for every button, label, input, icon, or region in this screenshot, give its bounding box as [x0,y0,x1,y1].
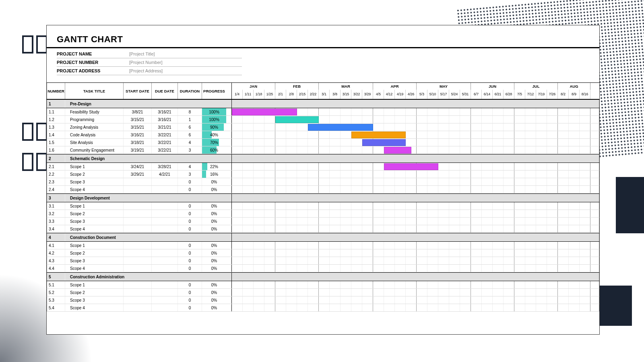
section-row[interactable]: 2Schematic Design [47,154,599,163]
task-row[interactable]: 3.1Scope 100% [47,202,599,210]
month-header: AUG [558,83,590,90]
month-header: JUN [471,83,514,90]
section-number: 2 [47,154,65,162]
task-progress: 100% [202,116,226,123]
gantt-table: NUMBER TASK TITLE START DATE DUE DATE DU… [47,82,599,312]
task-row[interactable]: 1.1Feasibility Study3/8/213/16/218100% [47,108,599,116]
task-number: 3.4 [47,225,65,232]
gantt-area [232,210,599,217]
col-due[interactable]: DUE DATE [152,83,178,99]
task-row[interactable]: 5.2Scope 200% [47,289,599,296]
week-header: 1/11 [243,90,254,99]
task-start: 3/29/21 [124,171,152,178]
gantt-area [232,202,599,210]
task-start: 3/16/21 [124,131,152,138]
gantt-bar[interactable] [275,116,319,123]
task-number: 2.2 [47,171,65,178]
meta-address-value[interactable]: [Project Address] [129,68,163,73]
task-start: 3/19/21 [124,146,152,154]
task-row[interactable]: 2.1Scope 13/24/213/28/21422% [47,163,599,171]
week-header: 4/26 [406,90,417,99]
col-number[interactable]: NUMBER [47,83,65,99]
gantt-bar[interactable] [384,163,438,170]
task-row[interactable]: 4.2Scope 200% [47,249,599,257]
task-progress: 22% [202,163,226,170]
task-row[interactable]: 4.1Scope 100% [47,242,599,249]
week-header: 2/15 [297,90,308,99]
gantt-bar[interactable] [308,124,373,131]
week-header: 2/22 [308,90,319,99]
col-duration[interactable]: DURATION [178,83,202,99]
section-row[interactable]: 5Construction Administration [47,272,599,281]
week-header: 5/24 [449,90,460,99]
task-row[interactable]: 1.2Programming3/15/213/16/211100% [47,116,599,123]
week-header: 2/1 [275,90,286,99]
task-row[interactable]: 1.3Zoning Analysis3/15/213/21/21690% [47,123,599,131]
task-row[interactable]: 1.5Site Analysis3/18/213/22/21470% [47,139,599,146]
gantt-bar[interactable] [232,109,297,115]
gantt-area [232,163,599,170]
task-row[interactable]: 5.3Scope 300% [47,296,599,304]
task-progress: 60% [202,146,226,154]
task-row[interactable]: 2.3Scope 300% [47,178,599,186]
task-row[interactable]: 3.2Scope 200% [47,210,599,218]
col-start[interactable]: START DATE [124,83,152,99]
task-row[interactable]: 2.2Scope 23/29/214/2/21316% [47,171,599,178]
bg-square-decor [22,35,33,53]
task-duration: 1 [178,116,202,123]
section-title: Design Development [65,194,231,202]
task-row[interactable]: 2.4Scope 400% [47,186,599,193]
task-start [124,249,152,257]
meta-number-label: PROJECT NUMBER [57,60,129,65]
task-row[interactable]: 4.4Scope 400% [47,265,599,272]
task-number: 2.3 [47,178,65,185]
task-row[interactable]: 3.3Scope 300% [47,218,599,225]
task-duration: 0 [178,225,202,232]
date-header: JANFEBMARAPRMAYJUNJULAUG1/41/111/181/252… [232,83,599,99]
meta-name-value[interactable]: [Project Title] [129,51,155,56]
task-number: 3.2 [47,210,65,217]
gantt-bar[interactable] [362,139,406,146]
task-due [152,265,178,272]
task-start: 3/15/21 [124,123,152,131]
task-row[interactable]: 1.4Code Analysis3/16/213/22/21640% [47,131,599,139]
gantt-bar[interactable] [351,132,406,138]
task-row[interactable]: 1.6Community Engagement3/19/213/22/21360… [47,146,599,154]
task-title: Scope 3 [65,178,124,185]
task-progress: 0% [202,210,226,217]
task-title: Scope 4 [65,225,124,232]
section-row[interactable]: 1Pre-Design [47,99,599,108]
gantt-area [232,146,599,154]
meta-name-label: PROJECT NAME [57,51,129,56]
meta-row-address: PROJECT ADDRESS [Project Address] [57,67,242,75]
task-number: 1.1 [47,108,65,115]
week-header: 8/16 [580,90,590,99]
task-row[interactable]: 5.4Scope 400% [47,304,599,312]
task-title: Scope 3 [65,296,124,304]
meta-number-value[interactable]: [Project Number] [129,60,163,65]
meta-address-label: PROJECT ADDRESS [57,68,129,73]
gantt-bar[interactable] [384,147,411,154]
task-start [124,218,152,225]
section-gantt [232,100,599,108]
task-progress: 70% [202,139,226,146]
section-row[interactable]: 4Construction Document [47,233,599,242]
section-row[interactable]: 3Design Development [47,193,599,202]
task-due [152,289,178,296]
section-number: 3 [47,194,65,202]
task-due [152,296,178,304]
task-due [152,202,178,210]
task-due [152,257,178,264]
task-progress: 16% [202,171,226,178]
task-progress: 0% [202,281,226,288]
col-progress[interactable]: PROGRESS [202,83,226,99]
task-due: 3/21/21 [152,123,178,131]
task-title: Scope 4 [65,265,124,272]
task-title: Scope 1 [65,242,124,249]
task-number: 3.1 [47,202,65,210]
task-row[interactable]: 4.3Scope 300% [47,257,599,265]
task-row[interactable]: 3.4Scope 400% [47,225,599,233]
col-task[interactable]: TASK TITLE [65,83,124,99]
task-row[interactable]: 5.1Scope 100% [47,281,599,289]
task-duration: 0 [178,218,202,225]
